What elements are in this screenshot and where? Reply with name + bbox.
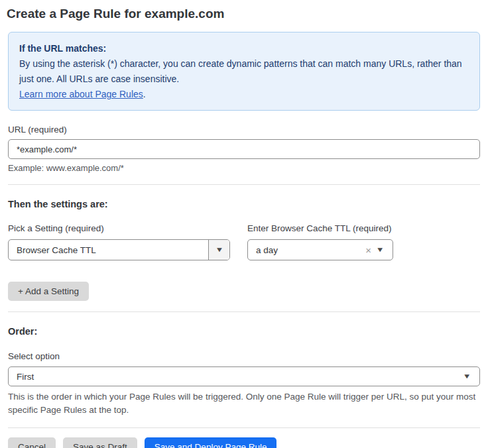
order-select[interactable]: First ▼ — [8, 366, 480, 386]
order-select-label: Select option — [8, 351, 480, 362]
link-period: . — [143, 89, 146, 99]
settings-row: Pick a Setting (required) Browser Cache … — [8, 223, 480, 260]
chevron-down-icon: ▼ — [463, 373, 480, 380]
learn-more-link[interactable]: Learn more about Page Rules — [19, 89, 143, 99]
order-help-text: This is the order in which your Page Rul… — [8, 390, 480, 417]
chevron-down-icon: ▼ — [376, 247, 393, 253]
ttl-picker-field: Enter Browser Cache TTL (required) a day… — [247, 223, 393, 260]
add-setting-button[interactable]: + Add a Setting — [8, 282, 89, 301]
info-box-heading: If the URL matches: — [19, 41, 469, 56]
divider-2 — [8, 311, 480, 312]
order-select-value: First — [9, 372, 465, 382]
settings-section-heading: Then the settings are: — [8, 198, 480, 210]
ttl-picker-select[interactable]: a day × ▼ — [247, 239, 393, 260]
setting-picker-label: Pick a Setting (required) — [8, 223, 230, 234]
save-and-deploy-button[interactable]: Save and Deploy Page Rule — [145, 437, 277, 448]
page-title: Create a Page Rule for example.com — [7, 5, 480, 23]
setting-picker-value: Browser Cache TTL — [9, 245, 208, 255]
setting-picker-caret-segment[interactable]: ▼ — [208, 240, 229, 260]
order-section-heading: Order: — [8, 325, 480, 337]
cancel-button[interactable]: Cancel — [8, 437, 56, 448]
divider-1 — [8, 184, 480, 185]
info-box-body: By using the asterisk (*) character, you… — [19, 56, 469, 87]
save-as-draft-button[interactable]: Save as Draft — [63, 437, 137, 448]
info-box-link-line: Learn more about Page Rules. — [19, 87, 469, 102]
url-example-hint: Example: www.example.com/* — [8, 163, 480, 174]
page-rule-form: Create a Page Rule for example.com If th… — [0, 0, 488, 448]
url-match-info-box: If the URL matches: By using the asteris… — [8, 32, 480, 111]
url-input[interactable] — [8, 139, 480, 159]
divider-3 — [8, 427, 480, 428]
form-actions: Cancel Save as Draft Save and Deploy Pag… — [8, 437, 480, 448]
setting-picker-field: Pick a Setting (required) Browser Cache … — [8, 223, 230, 260]
chevron-down-icon: ▼ — [215, 247, 223, 253]
setting-picker-select[interactable]: Browser Cache TTL ▼ — [8, 239, 230, 260]
ttl-picker-value: a day — [248, 245, 363, 255]
url-field-label: URL (required) — [8, 125, 480, 135]
ttl-picker-label: Enter Browser Cache TTL (required) — [247, 223, 393, 234]
